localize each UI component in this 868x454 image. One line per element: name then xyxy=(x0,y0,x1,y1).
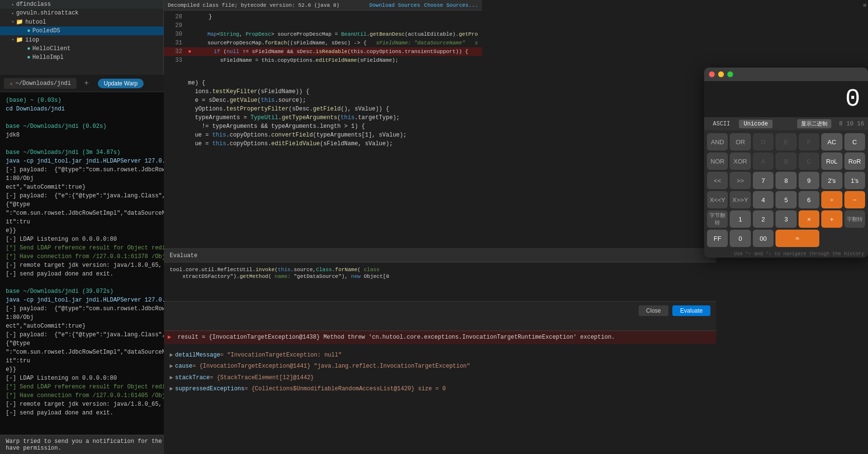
update-warp-button[interactable]: Update Warp xyxy=(98,79,143,88)
calc-tab-unicode[interactable]: Unicode xyxy=(739,120,773,128)
calc-btn-ac[interactable]: AC xyxy=(821,133,842,151)
calc-btn-and[interactable]: AND xyxy=(707,133,728,151)
evaluate-label: Evaluate xyxy=(170,252,198,259)
debug-key: cause xyxy=(175,362,192,371)
calc-btn-ff[interactable]: FF xyxy=(707,230,728,247)
choose-sources-link[interactable]: Choose Sources... xyxy=(424,2,478,8)
calc-btn-8[interactable]: 8 xyxy=(775,172,796,189)
display-value: 0 xyxy=(845,85,860,113)
calc-btn-rol[interactable]: RoL xyxy=(821,152,842,170)
sidebar-item-hutool[interactable]: ▾ 📁 hutool xyxy=(0,17,163,27)
calc-btn-3[interactable]: 3 xyxy=(775,210,796,228)
calc-btn-4[interactable]: 4 xyxy=(753,191,774,208)
calc-btn-rshift[interactable]: >> xyxy=(730,172,750,189)
calc-btn-lshift[interactable]: << xyxy=(707,172,728,189)
calc-btn-or[interactable]: OR xyxy=(730,133,750,151)
debug-error-line: ▶ result = {InvocationTargetException@14… xyxy=(164,331,716,344)
file-icon: ● xyxy=(27,28,30,34)
calc-btn-0[interactable]: 0 xyxy=(730,230,750,247)
calc-btn-xlshifty[interactable]: X<<Y xyxy=(707,191,728,208)
code-line: yOptions.testPropertyFilter(sDesc.getFie… xyxy=(164,105,716,113)
debug-value: = "InvocationTargetException: null" xyxy=(220,351,342,360)
add-tab-button[interactable]: + xyxy=(80,78,92,89)
folder-icon: 📁 xyxy=(16,18,23,26)
evaluate-dialog-toolbar: Evaluate xyxy=(164,249,716,262)
calc-btn-xrshifty[interactable]: X>>Y xyxy=(730,191,750,208)
calc-btn-6[interactable]: 6 xyxy=(799,191,819,208)
calc-btn-1[interactable]: 1 xyxy=(730,210,750,228)
calc-mode-button[interactable]: 显示二进制 xyxy=(797,119,831,128)
calc-btn-byte-flip[interactable]: 字节翻转 xyxy=(707,210,728,228)
calc-btn-equals[interactable]: ＝ xyxy=(775,230,819,247)
calc-btn-7[interactable]: 7 xyxy=(753,172,774,189)
code-editor-bottom: me) { ions.testKeyFilter(sFieldName)) { … xyxy=(164,75,716,330)
close-button[interactable]: Close xyxy=(639,305,669,316)
calculator-window: 0 ASCII Unicode 显示二进制 8 10 16 AND OR D E… xyxy=(704,68,868,258)
calculator-display: 0 xyxy=(704,81,868,117)
code-line: typeArguments = TypeUtil.getTypeArgument… xyxy=(164,113,716,122)
radix-8-option[interactable]: 8 xyxy=(839,121,842,127)
sidebar-item-label: iiop xyxy=(25,37,39,43)
sidebar-item-iiop[interactable]: ▾ 📁 iiop xyxy=(0,35,163,44)
calculator-titlebar xyxy=(704,68,868,81)
evaluate-dialog-buttons: Close Evaluate xyxy=(164,301,716,320)
calc-btn-xor[interactable]: XOR xyxy=(730,152,750,170)
calc-btn-add[interactable]: + xyxy=(821,210,842,228)
chevron-icon: ▶ xyxy=(170,385,173,394)
calc-status-text: Use ⌃↑ and ⌃↓ to navigate through the hi… xyxy=(734,251,864,257)
calc-btn-00[interactable]: 00 xyxy=(753,230,774,247)
download-sources-link[interactable]: Download Sources xyxy=(369,2,420,8)
calc-tab-ascii[interactable]: ASCII xyxy=(708,120,735,128)
code-line: ue = this.copyOptions.editFieldValue(sFi… xyxy=(164,139,716,148)
code-header-label: Decompiled class file; bytecode version:… xyxy=(168,2,339,8)
maximize-window-button[interactable] xyxy=(727,71,733,77)
sidebar-item-pooledds[interactable]: ● PooledDS xyxy=(0,27,163,35)
sidebar-item-helloclient[interactable]: ● HelloClient xyxy=(0,44,163,53)
sidebar-item-helloimpl[interactable]: ● HelloImpl xyxy=(0,53,163,62)
debug-line-detail: ▶ detailMessage = "InvocationTargetExcep… xyxy=(168,350,712,361)
evaluate-code: tool.core.util.ReflectUtil.invoke(this.s… xyxy=(170,267,389,279)
calc-btn-divide[interactable]: ÷ xyxy=(821,191,842,208)
calc-btn-word-flip[interactable]: 字翻转 xyxy=(844,210,865,228)
calc-btn-c[interactable]: C xyxy=(844,133,865,151)
radix-16-option[interactable]: 16 xyxy=(857,121,864,127)
calc-btn-nor[interactable]: NOR xyxy=(707,152,728,170)
debug-value: = {StackTraceElement[12]@1442} xyxy=(210,373,314,383)
calc-btn-ror[interactable]: RoR xyxy=(844,152,865,170)
close-window-button[interactable] xyxy=(709,71,715,77)
calc-btn-f: F xyxy=(799,133,819,151)
chevron-icon: ▶ xyxy=(170,351,173,360)
calc-btn-e: E xyxy=(775,133,796,151)
sidebar-item-dfindclass[interactable]: ▸ dfindclass xyxy=(0,0,163,9)
calc-btn-5[interactable]: 5 xyxy=(775,191,796,208)
sidebar-item-label: PooledDS xyxy=(32,28,60,34)
terminal-tab-main[interactable]: ⚠ ~/Downloads/jndi xyxy=(4,78,77,89)
evaluate-dialog: Evaluate tool.core.util.ReflectUtil.invo… xyxy=(164,248,716,330)
evaluate-button[interactable]: Evaluate xyxy=(672,305,710,316)
calc-btn-multiply[interactable]: × xyxy=(799,210,819,228)
calc-btn-9[interactable]: 9 xyxy=(799,172,819,189)
debug-key: stackTrace xyxy=(175,373,210,383)
calc-btn-ones[interactable]: 1's xyxy=(844,172,865,189)
code-line: e = sDesc.getValue(this.source); xyxy=(164,96,716,105)
sidebar-item-label: HelloImpl xyxy=(32,54,64,61)
right-icon-1: m xyxy=(862,4,867,7)
calc-btn-a: A xyxy=(753,152,774,170)
chevron-icon: ▶ xyxy=(170,362,173,371)
evaluate-input-area[interactable]: tool.core.util.ReflectUtil.invoke(this.s… xyxy=(164,262,716,301)
debug-line-stacktrace: ▶ stackTrace = {StackTraceElement[12]@14… xyxy=(168,372,712,384)
sidebar-item-govuln[interactable]: ▸ govuln.shiroattack xyxy=(0,9,163,17)
folder-icon: 📁 xyxy=(16,36,23,43)
calc-btn-twos[interactable]: 2's xyxy=(821,172,842,189)
sidebar-item-label: dfindclass xyxy=(16,1,51,8)
file-icon: ● xyxy=(27,54,30,61)
code-line-29: 29 xyxy=(164,21,482,30)
debug-error-message: result = {InvocationTargetException@1438… xyxy=(177,334,614,341)
file-icon: ● xyxy=(27,45,30,52)
radix-10-option[interactable]: 10 xyxy=(846,121,853,127)
code-line: ue = this.copyOptions.convertField(typeA… xyxy=(164,131,716,139)
minimize-window-button[interactable] xyxy=(718,71,724,77)
calc-btn-2[interactable]: 2 xyxy=(753,210,774,228)
terminal-tab-label: ~/Downloads/jndi xyxy=(15,80,71,87)
calc-btn-subtract[interactable]: − xyxy=(844,191,865,208)
